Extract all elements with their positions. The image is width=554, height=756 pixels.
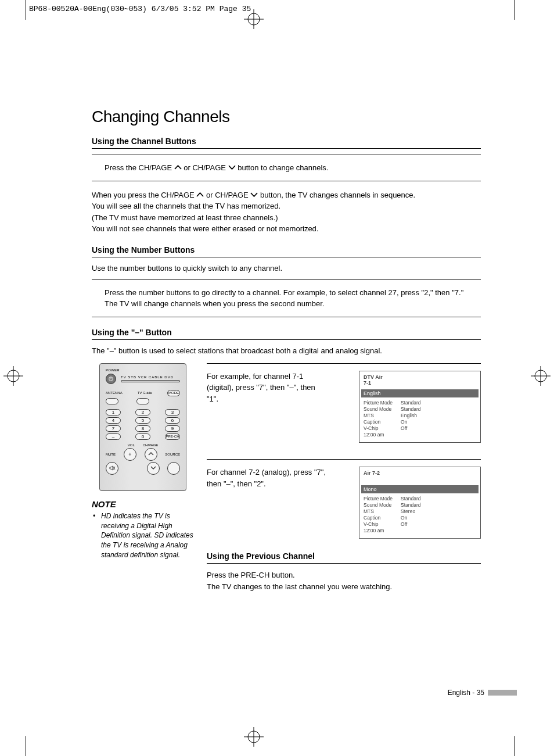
section-heading: Using the Number Buttons [92, 245, 481, 257]
ch-up-icon [145, 448, 157, 461]
note-heading: NOTE [92, 499, 194, 509]
body-text: The "–" button is used to select station… [92, 346, 481, 356]
print-slug: BP68-00520A-00Eng(030~053) 6/3/05 3:52 P… [29, 5, 251, 13]
registration-mark [244, 727, 264, 747]
osd-diagram: DTV Air7-1 English Picture ModeSound Mod… [359, 371, 481, 443]
note-item: HD indicates the TV is receiving a Digit… [101, 511, 194, 560]
body-text: When you press the CH/PAGE or CH/PAGE bu… [92, 189, 481, 235]
mute-icon [106, 462, 118, 475]
body-text: Press the PRE-CH button. The TV changes … [207, 569, 481, 592]
crop-mark [515, 736, 515, 756]
example-text: For example, for channel 7-1 (digital), … [207, 371, 329, 405]
example-text: For channel 7-2 (analog), press "7", the… [207, 467, 329, 489]
instruction-box: Press the CH/PAGE or CH/PAGE button to c… [92, 155, 481, 181]
chevron-down-icon [250, 192, 258, 198]
remote-illustration: POWER TV STB VCR CABLE DVD ANTENNA TV Gu… [99, 363, 186, 491]
section-heading: Using the "–" Button [92, 328, 481, 340]
registration-mark [531, 366, 551, 386]
ch-down-icon [147, 462, 160, 475]
osd-diagram: Air 7-2 Mono Picture ModeSound ModeMTSCa… [359, 467, 481, 539]
section-heading: Using the Previous Channel [207, 551, 481, 564]
vol-up-icon: + [124, 448, 136, 461]
registration-mark [244, 9, 264, 29]
instruction-box: Press the number buttons to go directly … [92, 280, 481, 317]
page-title: Changing Channels [92, 108, 481, 126]
section-heading: Using the Channel Buttons [92, 137, 481, 149]
power-icon [106, 374, 116, 384]
page-footer: English - 35 [448, 689, 517, 697]
registration-mark [3, 366, 23, 386]
chevron-up-icon [174, 164, 182, 170]
chevron-down-icon [228, 164, 236, 170]
crop-mark [26, 0, 26, 20]
crop-mark [515, 0, 515, 20]
chevron-up-icon [196, 192, 204, 198]
body-text: Use the number buttons to quickly switch… [92, 263, 481, 274]
crop-mark [26, 736, 26, 756]
mode-button: MODE [167, 390, 180, 396]
